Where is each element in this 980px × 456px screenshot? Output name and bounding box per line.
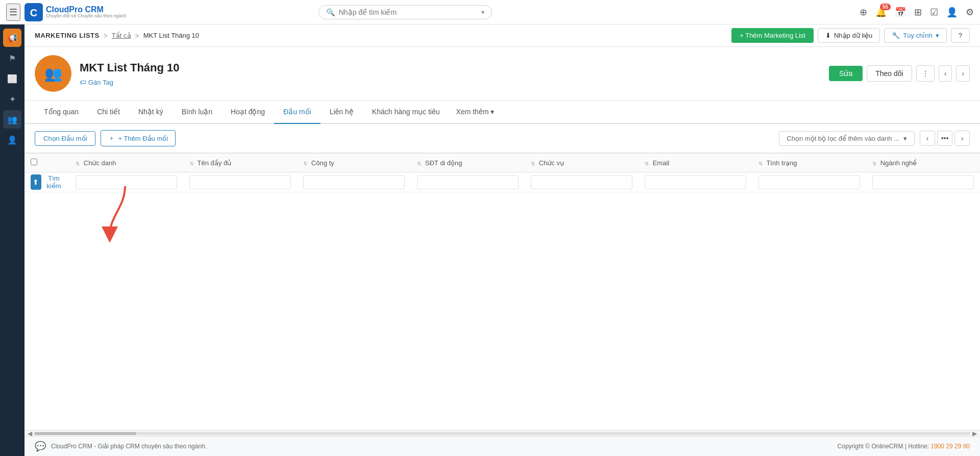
calendar-button[interactable]: 📅 — [895, 7, 906, 18]
add-lead-button[interactable]: ＋ + Thêm Đầu mối — [101, 130, 176, 146]
import-data-button[interactable]: ⬇ Nhập dữ liệu — [818, 28, 880, 43]
table-area: Chọn Đầu mối ＋ + Thêm Đầu mối Chọn một b… — [24, 124, 980, 436]
add-button[interactable]: ⊕ — [860, 7, 867, 18]
col-tinh-trang: ⇅ Tình trạng — [752, 154, 866, 172]
search-tinh-trang[interactable] — [758, 175, 860, 189]
main-layout: 📢 ⚑ ⬜ ✦ 👥 👤 MARKETING LISTS > Tất cả > M… — [0, 24, 980, 456]
profile-button[interactable]: 👤 — [946, 7, 958, 18]
record-actions: Sửa Theo dõi ⋮ ‹ › — [829, 65, 970, 82]
prev-page-button[interactable]: ‹ — [920, 131, 935, 146]
record-header: 👥 MKT List Tháng 10 🏷 Gán Tag Sửa Theo d… — [24, 47, 980, 100]
filter-dropdown-icon: ▾ — [903, 135, 907, 142]
tab-xem-them[interactable]: Xem thêm ▾ — [449, 100, 502, 123]
sort-icon-ten: ⇅ — [189, 161, 193, 166]
notifications-button[interactable]: 🔔 55 — [875, 7, 887, 18]
more-options-button[interactable]: ⋮ — [916, 65, 935, 82]
breadcrumb-actions: + Thêm Marketing List ⬇ Nhập dữ liệu 🔧 T… — [731, 28, 970, 43]
logo-icon: C — [24, 3, 43, 21]
search-bar[interactable]: 🔍 ▾ — [318, 5, 492, 19]
tab-khach-hang[interactable]: Khách hàng mục tiêu — [363, 100, 449, 124]
next-page-button[interactable]: › — [954, 131, 970, 146]
search-input[interactable] — [339, 8, 477, 16]
table-container: ⇅ Chức danh ⇅ Tên đầy đủ ⇅ Công ty — [24, 153, 980, 430]
app-title: CloudPro CRM — [46, 5, 127, 14]
col-label-cong-ty: Công ty — [311, 159, 334, 167]
footer: 💬 CloudPro CRM - Giải pháp CRM chuyên sâ… — [24, 436, 980, 456]
tab-xem-them-label: Xem thêm — [456, 108, 489, 116]
tasks-button[interactable]: ☑ — [930, 7, 938, 18]
col-label-nganh-nghe: Ngành nghề — [880, 159, 917, 167]
record-tag[interactable]: 🏷 Gán Tag — [80, 79, 821, 86]
tab-lien-he[interactable]: Liên hệ — [321, 100, 363, 124]
sidebar-item-users[interactable]: 👤 — [3, 131, 21, 149]
select-lead-button[interactable]: Chọn Đầu mối — [35, 131, 95, 146]
scrollbar-area: ◀ ▶ — [24, 430, 980, 436]
sort-icon-chuc-danh: ⇅ — [76, 161, 80, 166]
prev-record-button[interactable]: ‹ — [939, 65, 952, 82]
settings-button[interactable]: ⚙ — [966, 7, 974, 18]
col-cong-ty: ⇅ Công ty — [297, 154, 411, 172]
col-chuc-danh: ⇅ Chức danh — [69, 154, 183, 172]
breadcrumb-all[interactable]: Tất cả — [112, 32, 131, 39]
breadcrumb-sep1: > — [104, 32, 108, 40]
tab-nhat-ky[interactable]: Nhật ký — [129, 100, 173, 124]
col-nganh-nghe: ⇅ Ngành nghề — [866, 154, 980, 172]
logo-area: C CloudPro CRM Chuyên đổi số Chuyên sâu … — [24, 3, 127, 21]
sort-icon-tinh-trang: ⇅ — [758, 161, 763, 166]
sort-icon-nganh-nghe: ⇅ — [872, 161, 876, 166]
sort-icon-cong-ty: ⇅ — [303, 161, 307, 166]
search-text-button[interactable]: Tìm kiếm — [44, 174, 63, 190]
scrollbar-thumb[interactable] — [34, 432, 136, 435]
nav-right: ⊕ 🔔 55 📅 ⊞ ☑ 👤 ⚙ — [860, 7, 974, 18]
tab-binh-luan[interactable]: Bình luận — [173, 100, 222, 124]
footer-hotline[interactable]: 1900 29 29 90 — [930, 443, 970, 450]
help-button[interactable]: ? — [951, 28, 970, 43]
scrollbar-track[interactable] — [34, 432, 970, 435]
select-all-checkbox[interactable] — [31, 159, 37, 165]
customize-button[interactable]: 🔧 Tùy chỉnh ▾ — [884, 28, 946, 43]
tab-hoat-dong[interactable]: Hoạt động — [222, 100, 274, 124]
sidebar-item-extensions[interactable]: ⬜ — [3, 69, 21, 88]
sidebar-item-megaphone[interactable]: 📢 — [3, 29, 21, 47]
customize-label: Tùy chỉnh — [903, 32, 932, 39]
follow-button[interactable]: Theo dõi — [867, 65, 912, 82]
search-chuc-vu[interactable] — [531, 175, 632, 189]
search-email[interactable] — [645, 175, 746, 189]
notification-badge: 55 — [880, 4, 891, 10]
filter-dropdown[interactable]: Chọn một bộ lọc để thêm vào danh ... ▾ — [779, 131, 915, 146]
search-nganh-nghe[interactable] — [872, 175, 974, 189]
footer-left: 💬 CloudPro CRM - Giải pháp CRM chuyên sâ… — [35, 441, 207, 452]
sidebar-item-campaigns[interactable]: ⚑ — [3, 49, 21, 67]
import-data-label: Nhập dữ liệu — [834, 32, 872, 39]
table-search-row: ⬆ Tìm kiếm — [24, 172, 980, 192]
search-cong-ty[interactable] — [303, 175, 405, 189]
record-title: MKT List Tháng 10 — [80, 61, 821, 74]
search-chuc-danh[interactable] — [76, 175, 177, 189]
tab-chi-tiet[interactable]: Chi tiết — [88, 100, 129, 124]
more-actions-button[interactable]: ••• — [937, 131, 952, 146]
breadcrumb-root: MARKETING LISTS — [35, 32, 100, 39]
top-navbar: ☰ C CloudPro CRM Chuyên đổi số Chuyên sâ… — [0, 0, 980, 24]
menu-button[interactable]: ☰ — [6, 4, 20, 21]
record-info: MKT List Tháng 10 🏷 Gán Tag — [80, 61, 821, 86]
record-avatar: 👥 — [35, 55, 71, 92]
tab-tong-quan[interactable]: Tổng quan — [35, 100, 88, 124]
upload-button[interactable]: ⬆ — [31, 174, 41, 190]
tag-label: Gán Tag — [88, 79, 113, 86]
add-marketing-list-button[interactable]: + Thêm Marketing List — [731, 28, 814, 43]
col-ten-day-du: ⇅ Tên đầy đủ — [183, 154, 297, 172]
search-ten-day-du[interactable] — [189, 175, 291, 189]
scroll-right-button[interactable]: ▶ — [970, 430, 979, 437]
next-record-button[interactable]: › — [956, 65, 970, 82]
footer-company: CloudPro CRM - Giải pháp CRM chuyên sâu … — [51, 443, 207, 450]
tab-dau-moi[interactable]: Đầu mối — [274, 100, 321, 124]
help-icon: ? — [959, 32, 962, 39]
col-label-chuc-danh: Chức danh — [84, 159, 116, 167]
search-sdt[interactable] — [417, 175, 519, 189]
edit-button[interactable]: Sửa — [829, 66, 863, 81]
search-dropdown-icon: ▾ — [481, 9, 484, 16]
sidebar-item-contacts[interactable]: 👥 — [3, 110, 21, 129]
avatar-icon: 👥 — [44, 65, 62, 82]
dashboard-button[interactable]: ⊞ — [914, 7, 922, 18]
sidebar-item-features[interactable]: ✦ — [3, 90, 21, 108]
